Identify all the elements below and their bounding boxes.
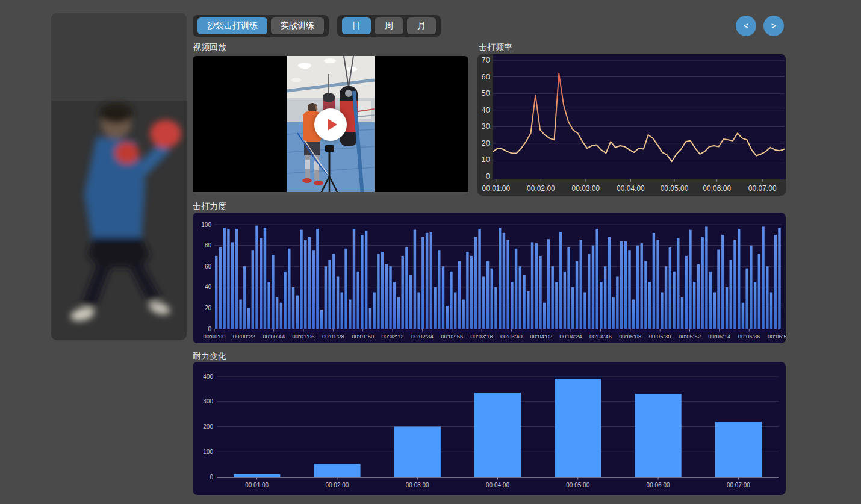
video-section-title: 视频回放	[193, 42, 226, 52]
svg-text:00:06:14: 00:06:14	[708, 333, 730, 340]
svg-text:00:00:00: 00:00:00	[204, 333, 226, 340]
svg-text:00:05:08: 00:05:08	[619, 333, 641, 340]
svg-text:00:04:00: 00:04:00	[617, 184, 645, 193]
svg-text:00:03:00: 00:03:00	[406, 482, 429, 488]
svg-text:30: 30	[482, 122, 490, 131]
tab-sparring-training[interactable]: 实战训练	[271, 17, 324, 34]
svg-text:100: 100	[201, 222, 211, 228]
svg-text:00:07:00: 00:07:00	[748, 184, 777, 193]
svg-text:70: 70	[482, 55, 490, 64]
svg-text:00:06:00: 00:06:00	[703, 184, 731, 193]
svg-text:00:01:00: 00:01:00	[482, 184, 510, 193]
svg-text:00:04:24: 00:04:24	[560, 333, 582, 340]
endurance-chart: 010020030040000:01:0000:02:0000:03:0000:…	[193, 362, 786, 495]
training-mode-tab-group: 沙袋击打训练 实战训练	[193, 15, 329, 37]
svg-text:0: 0	[210, 474, 213, 481]
tab-week[interactable]: 周	[375, 17, 403, 34]
svg-text:10: 10	[482, 155, 490, 164]
svg-text:00:02:00: 00:02:00	[527, 184, 555, 193]
svg-text:00:00:22: 00:00:22	[233, 333, 255, 340]
svg-text:00:01:50: 00:01:50	[352, 333, 374, 340]
svg-text:200: 200	[203, 423, 213, 430]
athlete-photo-panel	[51, 13, 187, 340]
svg-text:00:05:00: 00:05:00	[566, 482, 589, 488]
svg-text:00:01:28: 00:01:28	[322, 333, 344, 340]
prev-button[interactable]: <	[736, 16, 756, 36]
athlete-photo	[51, 13, 187, 340]
boxing-training-dashboard: 沙袋击打训练 实战训练 日 周 月 < > 视频回放 击打频率 击打力度 耐力变…	[0, 0, 861, 504]
svg-text:300: 300	[203, 398, 213, 405]
svg-text:400: 400	[203, 373, 213, 380]
svg-text:00:01:00: 00:01:00	[245, 482, 269, 488]
video-player[interactable]	[193, 56, 468, 195]
svg-text:00:02:34: 00:02:34	[411, 333, 434, 340]
svg-text:00:05:52: 00:05:52	[679, 333, 701, 340]
period-tab-group: 日 周 月	[337, 15, 441, 37]
svg-text:40: 40	[482, 105, 490, 114]
chevron-right-icon: >	[771, 21, 776, 31]
svg-text:00:05:30: 00:05:30	[649, 333, 671, 340]
svg-text:20: 20	[205, 305, 212, 311]
svg-text:50: 50	[482, 89, 490, 98]
play-button[interactable]	[314, 108, 347, 141]
svg-text:60: 60	[205, 263, 212, 270]
hit-force-chart: 02040608010000:00:0000:00:2200:00:4400:0…	[193, 213, 786, 343]
svg-text:0: 0	[208, 326, 211, 332]
play-icon	[328, 119, 337, 131]
svg-text:00:04:00: 00:04:00	[486, 482, 509, 488]
svg-text:00:03:40: 00:03:40	[500, 333, 523, 340]
svg-text:00:03:18: 00:03:18	[471, 333, 493, 340]
svg-text:00:00:44: 00:00:44	[263, 333, 285, 340]
svg-text:00:06:58: 00:06:58	[768, 333, 786, 340]
svg-text:00:02:00: 00:02:00	[325, 482, 349, 488]
hit-frequency-chart-panel: 01020304050607000:01:0000:02:0000:03:000…	[477, 54, 786, 196]
svg-text:00:04:02: 00:04:02	[530, 333, 552, 340]
svg-text:00:02:12: 00:02:12	[382, 333, 404, 340]
tab-sandbag-training[interactable]: 沙袋击打训练	[197, 17, 267, 34]
hit-frequency-chart: 01020304050607000:01:0000:02:0000:03:000…	[477, 54, 786, 196]
frequency-section-title: 击打频率	[479, 42, 512, 52]
endurance-section-title: 耐力变化	[193, 351, 226, 361]
svg-text:00:01:06: 00:01:06	[293, 333, 315, 340]
hit-force-chart-panel: 02040608010000:00:0000:00:2200:00:4400:0…	[193, 213, 786, 343]
svg-text:00:03:00: 00:03:00	[572, 184, 600, 193]
force-section-title: 击打力度	[193, 201, 226, 211]
svg-text:20: 20	[482, 138, 490, 148]
video-controls-strip	[193, 192, 468, 195]
svg-text:00:06:00: 00:06:00	[647, 482, 670, 488]
svg-text:00:02:56: 00:02:56	[441, 333, 463, 340]
svg-text:00:06:36: 00:06:36	[738, 333, 760, 340]
next-button[interactable]: >	[763, 16, 784, 36]
svg-text:0: 0	[486, 172, 490, 181]
svg-text:00:05:00: 00:05:00	[661, 184, 689, 193]
tab-day[interactable]: 日	[342, 17, 371, 34]
svg-text:80: 80	[205, 242, 212, 249]
endurance-chart-panel: 010020030040000:01:0000:02:0000:03:0000:…	[193, 362, 786, 495]
chevron-left-icon: <	[744, 21, 748, 31]
svg-text:00:07:00: 00:07:00	[727, 482, 750, 488]
svg-text:00:04:46: 00:04:46	[589, 333, 612, 340]
svg-text:100: 100	[203, 449, 213, 455]
svg-text:40: 40	[205, 284, 212, 290]
tab-month[interactable]: 月	[407, 17, 436, 34]
svg-text:60: 60	[482, 72, 490, 81]
